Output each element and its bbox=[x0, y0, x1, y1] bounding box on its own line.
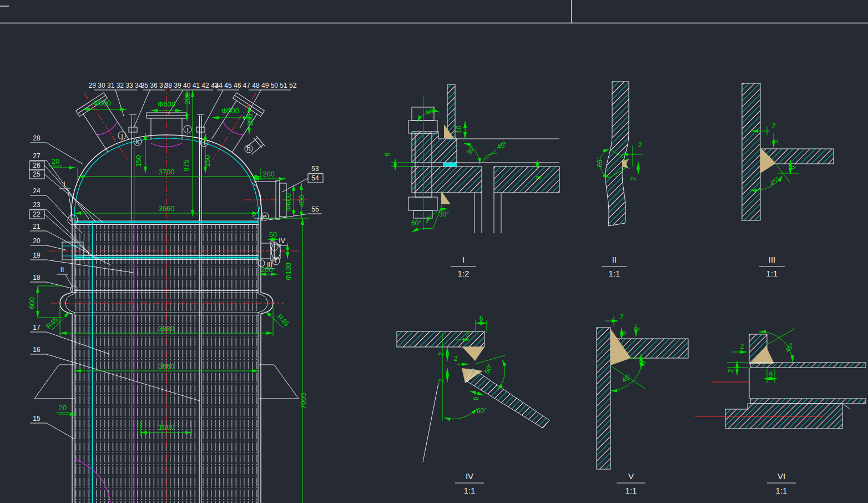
dim-IV-2d: 2 bbox=[437, 379, 445, 383]
nozzle-left-inclined bbox=[70, 84, 142, 169]
dim-IV-60: 60° bbox=[477, 407, 487, 415]
weld-bubble-h: h bbox=[245, 145, 253, 153]
dim-I-30: 30° bbox=[465, 143, 477, 156]
detail-VI-label: VI bbox=[778, 471, 785, 481]
detail-IV-dimensions: 6 2 2 2 2 50° 6 60° bbox=[437, 315, 505, 421]
part-group-5: 47 48 49 50 51 52 bbox=[243, 82, 297, 89]
detail-IV-scale: 1:1 bbox=[464, 486, 476, 495]
sheet-border bbox=[0, 0, 868, 23]
dim-3700: 3700 bbox=[159, 168, 175, 176]
part-28: 28 bbox=[33, 134, 41, 142]
dim-975: 975 bbox=[182, 159, 190, 172]
weld-letter-e: e bbox=[263, 213, 267, 220]
detail-V-label: V bbox=[628, 471, 634, 481]
part-24: 24 bbox=[33, 187, 41, 195]
dim-3660-bottom: 3660 bbox=[159, 362, 175, 370]
detail-view-I: 60° 10 30° 45° 6 3 30° 60° I 1:2 bbox=[383, 84, 559, 278]
part-23: 23 bbox=[33, 201, 41, 209]
part-21: 21 bbox=[33, 223, 41, 230]
weld-letter-f: f bbox=[275, 257, 277, 265]
dim-II-2a: 2 bbox=[638, 141, 642, 149]
dim-VI-2a: 2 bbox=[740, 343, 744, 350]
part-16: 16 bbox=[33, 346, 41, 354]
weld-letter-j: j bbox=[121, 132, 123, 139]
part-17: 17 bbox=[33, 324, 41, 331]
weld-letter-h: h bbox=[247, 145, 251, 153]
dim-50: 50 bbox=[269, 230, 277, 239]
part-26: 26 bbox=[33, 162, 41, 169]
part-19: 19 bbox=[33, 251, 41, 259]
part-group-1: 29 30 31 32 33 34 bbox=[89, 82, 143, 89]
weld-letter-l: l bbox=[204, 139, 205, 147]
dim-20-bottom: 20 bbox=[59, 404, 67, 412]
cad-model-space[interactable]: j k i l h e f I II III IV 29 30 31 32 33… bbox=[0, 0, 868, 503]
detail-view-II: 2 60° 2 II 1:1 bbox=[596, 82, 643, 278]
dim-IV-6a: 6 bbox=[480, 315, 483, 323]
dim-phi500-right: Φ500 bbox=[221, 107, 239, 115]
dim-I-60b: 60° bbox=[411, 219, 421, 227]
detail-view-VI: 2 2 6 45° VI 1:1 bbox=[695, 329, 866, 495]
dim-200-side: 200 bbox=[263, 170, 275, 178]
dim-III-6: 6 bbox=[789, 165, 796, 169]
dim-150-left: 150 bbox=[134, 155, 143, 167]
part-group-2: 35 36 37 bbox=[141, 82, 167, 89]
dim-V-2b: 2 bbox=[633, 326, 641, 330]
dim-7000: 7000 bbox=[299, 393, 307, 409]
gasket bbox=[443, 163, 457, 167]
weld-bubble-j: j bbox=[118, 132, 126, 139]
part-18: 18 bbox=[33, 274, 41, 281]
part-15: 15 bbox=[33, 415, 41, 422]
part-54: 54 bbox=[311, 174, 319, 182]
weld-letter-i: i bbox=[187, 125, 189, 133]
right-part-labels: 53 54 55 bbox=[269, 165, 323, 220]
dim-III-2b: 2 bbox=[771, 139, 779, 143]
detail-II-scale: 1:1 bbox=[609, 269, 620, 278]
part-55: 55 bbox=[311, 205, 319, 213]
weld-bubble-i: i bbox=[184, 125, 191, 133]
part-53: 53 bbox=[311, 165, 319, 173]
dim-3880: 3880 bbox=[159, 324, 175, 333]
section-marker-II: II bbox=[60, 266, 64, 274]
dim-20-top: 20 bbox=[52, 157, 59, 165]
dim-3660-top: 3660 bbox=[159, 204, 175, 213]
dim-phi600-side: Φ600 bbox=[284, 193, 292, 211]
section-marker-IV: IV bbox=[279, 237, 285, 245]
dim-III-45: 45° bbox=[768, 175, 781, 188]
dim-phi500-left: Φ500 bbox=[93, 99, 111, 107]
dim-II-2b: 2 bbox=[629, 177, 637, 180]
dim-VI-6: 6 bbox=[769, 370, 773, 378]
dim-I-10: 10 bbox=[455, 125, 463, 133]
dim-V-2a: 2 bbox=[620, 313, 624, 321]
dim-1000: 1000 bbox=[159, 423, 175, 431]
part-27: 27 bbox=[33, 152, 41, 160]
main-vessel-view: j k i l h e f I II III IV 29 30 31 32 33… bbox=[28, 82, 323, 503]
dim-III-2a: 2 bbox=[772, 122, 776, 130]
weld-letter-k: k bbox=[136, 138, 140, 145]
dim-IV-2b: 2 bbox=[437, 352, 445, 356]
dim-II-60: 60° bbox=[596, 157, 604, 167]
detail-I-scale: 1:2 bbox=[458, 269, 470, 278]
part-20: 20 bbox=[33, 237, 41, 245]
detail-VI-scale: 1:1 bbox=[776, 486, 788, 495]
dim-IV-6b: 6 bbox=[472, 396, 480, 400]
part-group-3: 38 39 40 41 42 43 bbox=[165, 82, 219, 89]
dim-V-6a: 6 bbox=[620, 331, 628, 335]
detail-III-scale: 1:1 bbox=[766, 269, 778, 278]
detail-III-label: III bbox=[769, 255, 776, 264]
dim-phi600-top: Φ600 bbox=[158, 100, 175, 108]
dim-phi100: Φ100 bbox=[284, 263, 292, 280]
dim-IV-2c: 2 bbox=[454, 355, 458, 363]
dim-200-small: 200 bbox=[261, 265, 273, 274]
cad-drawing: j k i l h e f I II III IV 29 30 31 32 33… bbox=[0, 0, 868, 503]
dim-I-45: 45° bbox=[496, 140, 508, 151]
dim-150-right: 150 bbox=[203, 155, 211, 167]
part-group-4: 44 45 46 bbox=[215, 82, 241, 89]
detail-I-label: I bbox=[462, 255, 465, 264]
dim-I-30b: 30° bbox=[439, 210, 449, 218]
dim-r45-right: R45 bbox=[275, 313, 290, 328]
detail-view-III: 2 2 6 45° III 1:1 bbox=[742, 83, 834, 278]
dim-I-3: 3 bbox=[535, 175, 543, 179]
dim-200-nozzle: 200 bbox=[246, 114, 254, 126]
dim-600: 600 bbox=[28, 297, 36, 309]
dim-IV-2a: 2 bbox=[466, 330, 470, 338]
